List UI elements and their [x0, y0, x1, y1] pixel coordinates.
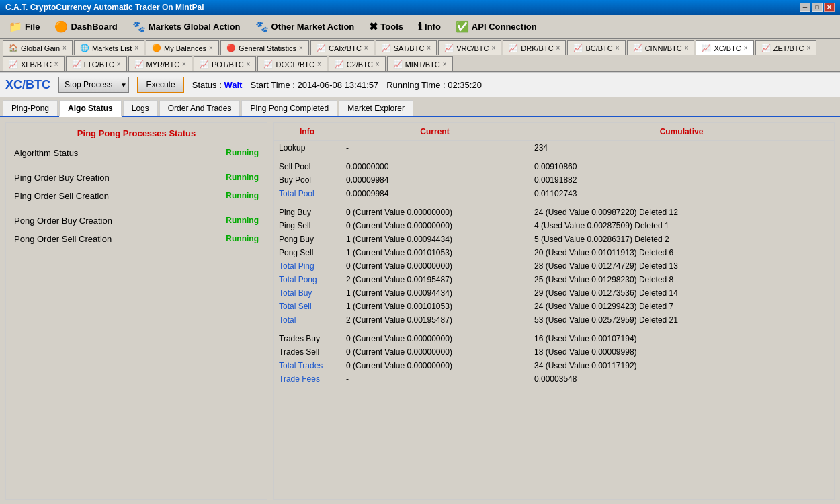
td-info: Trades Sell — [274, 345, 341, 359]
table-row: Trades Buy 0 (Current Value 0.00000000) … — [274, 332, 834, 345]
tab-top-markets list[interactable]: 🌐Markets List× — [74, 40, 144, 55]
tab-top-doge-btc[interactable]: 📈DOGE/BTC× — [257, 56, 327, 71]
td-cumulative: 25 (Used Value 0.01298230) Deleted 8 — [529, 273, 834, 286]
tab-top-bc-btc[interactable]: 📈BC/BTC× — [567, 40, 625, 55]
tab-close-icon[interactable]: × — [427, 44, 431, 52]
inner-tab-ping-pong-completed[interactable]: Ping Pong Completed — [241, 100, 337, 116]
execute-button[interactable]: Execute — [137, 77, 183, 93]
tab-top-zet-btc[interactable]: 📈ZET/BTC× — [755, 40, 817, 55]
tab-top-global gain[interactable]: 🏠Global Gain× — [3, 40, 73, 55]
menu-file[interactable]: 📁 File — [3, 17, 46, 36]
td-info: Sell Pool — [274, 160, 341, 173]
table-row: Pong Buy 1 (Current Value 0.00094434) 5 … — [274, 233, 834, 246]
td-current: 0.00009984 — [341, 187, 529, 200]
tab-icon: 📈 — [317, 44, 326, 52]
minimize-button[interactable]: ─ — [800, 3, 810, 12]
tab-top-ltc-btc[interactable]: 📈LTC/BTC× — [66, 56, 127, 71]
td-cumulative: 0.01102743 — [529, 187, 834, 200]
tab-close-icon[interactable]: × — [685, 44, 689, 52]
td-current: 0 (Current Value 0.00000000) — [341, 345, 529, 359]
tab-top-c2-btc[interactable]: 📈C2/BTC× — [329, 56, 386, 71]
td-current: 1 (Current Value 0.00094434) — [341, 233, 529, 246]
menu-api-label: API Connection — [472, 22, 537, 32]
td-info: Total Ping — [274, 259, 341, 273]
td-current: 1 (Current Value 0.00101053) — [341, 246, 529, 259]
inner-tab-ping-pong[interactable]: Ping-Pong — [3, 100, 58, 116]
close-button[interactable]: ✕ — [824, 3, 835, 12]
tab-icon: 🌐 — [80, 44, 89, 52]
xc-header: XC/BTC Stop Process ▼ Execute Status : W… — [0, 72, 840, 97]
tab-label: MINT/BTC — [405, 60, 440, 69]
inner-tab-market-explorer[interactable]: Market Explorer — [339, 100, 413, 116]
tab-icon: 📈 — [263, 60, 273, 69]
tab-close-icon[interactable]: × — [117, 60, 121, 68]
td-info: Ping Buy — [274, 206, 341, 219]
tab-top-xc-btc[interactable]: 📈XC/BTC× — [696, 40, 753, 55]
tab-close-icon[interactable]: × — [807, 44, 811, 52]
start-time: Start Time : 2014-06-08 13:41:57 — [250, 80, 378, 90]
tab-top-sat-btc[interactable]: 📈SAT/BTC× — [376, 40, 437, 55]
tab-top-my balances[interactable]: 🟠My Balances× — [146, 40, 219, 55]
tab-close-icon[interactable]: × — [443, 60, 447, 68]
tab-close-icon[interactable]: × — [376, 60, 380, 68]
tab-top-vrc-btc[interactable]: 📈VRC/BTC× — [438, 40, 501, 55]
tab-top-general statistics[interactable]: 🔴General Statistics× — [220, 40, 309, 55]
td-cumulative: 0.00191882 — [529, 173, 834, 187]
tab-close-icon[interactable]: × — [54, 60, 58, 68]
table-row: Total Pool 0.00009984 0.01102743 — [274, 187, 834, 200]
tab-top-mint-btc[interactable]: 📈MINT/BTC× — [387, 56, 453, 71]
tab-close-icon[interactable]: × — [247, 60, 251, 68]
tab-top-drk-btc[interactable]: 📈DRK/BTC× — [503, 40, 566, 55]
menu-tools[interactable]: ✖ Tools — [363, 17, 409, 36]
tab-icon: 📈 — [393, 60, 403, 69]
td-cumulative: 24 (Used Value 0.00987220) Deleted 12 — [529, 206, 834, 219]
tab-icon: 📈 — [134, 60, 144, 69]
menu-file-label: File — [25, 22, 40, 32]
td-current: - — [341, 372, 529, 386]
dropdown-arrow[interactable]: ▼ — [118, 77, 129, 93]
table-row: Ping Buy 0 (Current Value 0.00000000) 24… — [274, 206, 834, 219]
tab-top-cinni-btc[interactable]: 📈CINNI/BTC× — [627, 40, 695, 55]
stop-process-button[interactable]: Stop Process — [58, 77, 118, 93]
td-cumulative: 28 (Used Value 0.01274729) Deleted 13 — [529, 259, 834, 273]
tab-close-icon[interactable]: × — [744, 44, 748, 52]
status-row-value: Running — [226, 173, 259, 183]
tab-close-icon[interactable]: × — [182, 60, 186, 68]
inner-tab-algo-status[interactable]: Algo Status — [59, 100, 122, 117]
tab-close-icon[interactable]: × — [364, 44, 368, 52]
right-panel: Info Current Cumulative Lookup - 234 Sel… — [273, 122, 835, 500]
th-current: Current — [341, 123, 529, 141]
paw-icon-2: 🐾 — [255, 20, 269, 33]
tab-label: SAT/BTC — [394, 44, 425, 52]
tab-close-icon[interactable]: × — [616, 44, 620, 52]
menu-info[interactable]: ℹ Info — [412, 17, 447, 36]
inner-tab-order-and-trades[interactable]: Order And Trades — [159, 100, 241, 116]
menu-api[interactable]: ✅ API Connection — [450, 17, 543, 36]
tab-top-pot-btc[interactable]: 📈POT/BTC× — [194, 56, 257, 71]
menu-info-label: Info — [425, 22, 441, 32]
td-info: Total Trades — [274, 359, 341, 372]
status-row-label: Algorithm Status — [14, 148, 78, 158]
table-row: Lookup - 234 — [274, 141, 834, 155]
tab-label: DRK/BTC — [521, 44, 553, 52]
td-info: Total Pong — [274, 273, 341, 286]
tab-close-icon[interactable]: × — [556, 44, 560, 52]
menu-other-market[interactable]: 🐾 Other Market Action — [249, 17, 361, 36]
tab-close-icon[interactable]: × — [62, 44, 67, 52]
tab-close-icon[interactable]: × — [209, 44, 213, 52]
tab-icon: 📈 — [761, 44, 771, 52]
tab-close-icon[interactable]: × — [299, 44, 303, 52]
tab-close-icon[interactable]: × — [134, 44, 138, 52]
tab-top-xlb-btc[interactable]: 📈XLB/BTC× — [3, 56, 65, 71]
menu-dashboard[interactable]: 🟠 DashBoard — [48, 17, 123, 36]
tab-top-myr-btc[interactable]: 📈MYR/BTC× — [128, 56, 192, 71]
tab-close-icon[interactable]: × — [491, 44, 495, 52]
menu-markets-global[interactable]: 🐾 Markets Global Action — [126, 17, 247, 36]
xc-title: XC/BTC — [5, 78, 50, 92]
maximize-button[interactable]: □ — [812, 3, 823, 12]
tab-top-caix-btc[interactable]: 📈CAIx/BTC× — [310, 40, 374, 55]
inner-tab-logs[interactable]: Logs — [123, 100, 158, 116]
tab-close-icon[interactable]: × — [317, 60, 321, 68]
status-row-value: Running — [226, 191, 259, 201]
tab-label: C2/BTC — [347, 60, 373, 69]
